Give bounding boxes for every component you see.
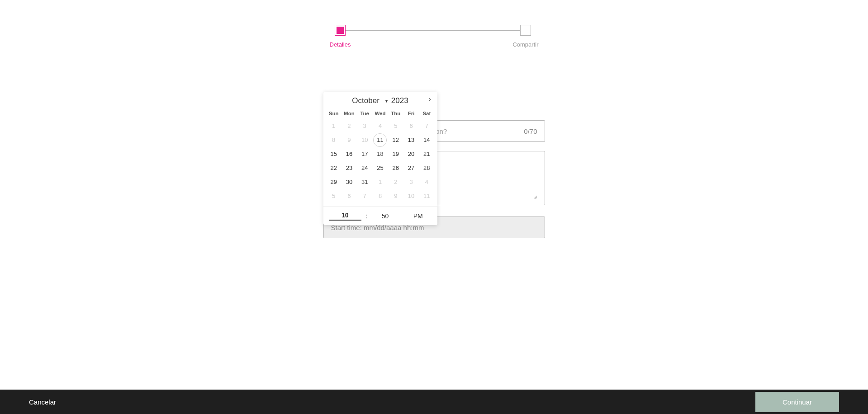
- step-label: Detalles: [330, 41, 351, 48]
- weekday: Mon: [342, 109, 357, 118]
- calendar-day[interactable]: 7: [357, 189, 372, 203]
- weekday: Tue: [357, 109, 372, 118]
- time-row: 10 : 50 PM: [323, 207, 437, 225]
- month-select[interactable]: October ▾: [352, 96, 387, 105]
- calendar-day[interactable]: 7: [419, 119, 434, 133]
- calendar-day[interactable]: 31: [357, 175, 372, 189]
- next-month-button[interactable]: [427, 97, 433, 104]
- calendar-day[interactable]: 22: [326, 161, 342, 175]
- calendar-day[interactable]: 23: [342, 161, 357, 175]
- calendar-day[interactable]: 18: [372, 147, 388, 161]
- cancel-button[interactable]: Cancelar: [29, 398, 56, 406]
- weekday-row: Sun Mon Tue Wed Thu Fri Sat: [323, 109, 437, 118]
- calendar-day[interactable]: 30: [342, 175, 357, 189]
- minute-input[interactable]: 50: [369, 212, 402, 220]
- chevron-down-icon: ▾: [385, 99, 388, 104]
- ampm-toggle[interactable]: PM: [402, 212, 435, 220]
- calendar-day[interactable]: 11: [372, 133, 388, 147]
- hour-input[interactable]: 10: [329, 212, 362, 221]
- calendar-day[interactable]: 10: [357, 133, 372, 147]
- calendar-header: October ▾ 2023: [323, 92, 437, 109]
- calendar-day[interactable]: 27: [403, 161, 419, 175]
- month-label: October: [352, 96, 387, 105]
- calendar-day[interactable]: 16: [342, 147, 357, 161]
- calendar-day[interactable]: 6: [342, 189, 357, 203]
- calendar-day[interactable]: 17: [357, 147, 372, 161]
- calendar-day[interactable]: 26: [388, 161, 403, 175]
- calendar-day[interactable]: 11: [419, 189, 434, 203]
- calendar-day[interactable]: 4: [419, 175, 434, 189]
- calendar-day[interactable]: 28: [419, 161, 434, 175]
- calendar-day[interactable]: 3: [403, 175, 419, 189]
- calendar-day[interactable]: 29: [326, 175, 342, 189]
- char-counter: 0/70: [519, 127, 537, 135]
- weekday: Sun: [326, 109, 342, 118]
- step-box: [520, 25, 531, 36]
- date-picker[interactable]: October ▾ 2023 Sun Mon Tue Wed Thu Fri S…: [323, 92, 437, 225]
- footer-bar: Cancelar Continuar: [0, 390, 868, 414]
- weekday: Wed: [372, 109, 388, 118]
- weekday: Sat: [419, 109, 434, 118]
- calendar-day[interactable]: 4: [372, 119, 388, 133]
- step-box-active: [335, 25, 346, 36]
- calendar-day[interactable]: 20: [403, 147, 419, 161]
- calendar-day[interactable]: 5: [326, 189, 342, 203]
- step-label: Compartir: [512, 41, 538, 48]
- calendar-day[interactable]: 1: [326, 119, 342, 133]
- calendar-day[interactable]: 10: [403, 189, 419, 203]
- calendar-day[interactable]: 13: [403, 133, 419, 147]
- calendar-day[interactable]: 19: [388, 147, 403, 161]
- form: October ▾ 2023 Sun Mon Tue Wed Thu Fri S…: [323, 120, 545, 238]
- calendar-day[interactable]: 2: [342, 119, 357, 133]
- calendar-day[interactable]: 8: [326, 133, 342, 147]
- calendar-day[interactable]: 12: [388, 133, 403, 147]
- calendar-day[interactable]: 8: [372, 189, 388, 203]
- stepper-line: [341, 30, 528, 31]
- calendar-day[interactable]: 6: [403, 119, 419, 133]
- calendar-day[interactable]: 15: [326, 147, 342, 161]
- calendar-day[interactable]: 1: [372, 175, 388, 189]
- year-label[interactable]: 2023: [391, 96, 408, 105]
- step-compartir[interactable]: Compartir: [512, 25, 538, 48]
- weekday: Fri: [403, 109, 419, 118]
- weekday: Thu: [388, 109, 403, 118]
- calendar-day[interactable]: 25: [372, 161, 388, 175]
- calendar-day[interactable]: 9: [342, 133, 357, 147]
- calendar-day[interactable]: 14: [419, 133, 434, 147]
- calendar-grid: 1234567891011121314151617181920212223242…: [323, 118, 437, 207]
- calendar-day[interactable]: 9: [388, 189, 403, 203]
- calendar-day[interactable]: 24: [357, 161, 372, 175]
- calendar-day[interactable]: 5: [388, 119, 403, 133]
- continue-button[interactable]: Continuar: [755, 392, 839, 412]
- calendar-day[interactable]: 3: [357, 119, 372, 133]
- calendar-day[interactable]: 21: [419, 147, 434, 161]
- time-separator: :: [364, 212, 369, 220]
- step-detalles[interactable]: Detalles: [330, 25, 351, 48]
- calendar-day[interactable]: 2: [388, 175, 403, 189]
- stepper: Detalles Compartir: [330, 25, 539, 48]
